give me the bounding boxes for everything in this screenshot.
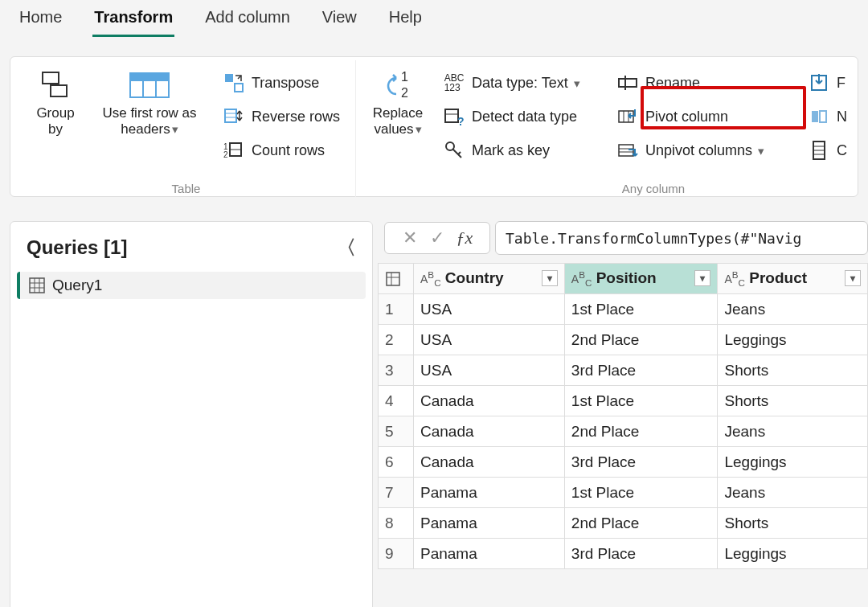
row-number-cell[interactable]: 4 [379,386,414,416]
data-cell[interactable]: 3rd Place [564,447,718,478]
svg-text:2: 2 [223,150,228,159]
group-by-button[interactable]: Group by [27,65,84,165]
svg-rect-33 [820,111,826,122]
data-cell[interactable]: Leggings [718,447,868,478]
chevron-down-icon: ▾ [416,122,422,136]
replace-values-button[interactable]: 1 2 Replace values▾ [366,65,430,165]
table-row[interactable]: 1USA1st PlaceJeans [379,294,868,325]
data-cell[interactable]: 1st Place [564,294,718,325]
column-header-country[interactable]: ABC Country ▾ [414,264,565,294]
pivot-column-button[interactable]: Pivot column [612,102,795,131]
svg-text:?: ? [457,115,465,127]
grid-corner-cell[interactable] [379,264,414,294]
menu-tab-view[interactable]: View [321,5,358,35]
fx-icon[interactable]: ƒx [451,228,478,248]
row-number-cell[interactable]: 6 [379,447,414,478]
table-row[interactable]: 6Canada3rd PlaceLeggings [379,447,868,478]
svg-text:2: 2 [401,86,408,100]
table-row[interactable]: 9Panama3rd PlaceLeggings [379,539,868,569]
data-cell[interactable]: Shorts [718,508,868,539]
ribbon-group-anycolumn-label: Any column [605,182,702,195]
data-cell[interactable]: USA [414,355,565,386]
column-filter-button[interactable]: ▾ [694,270,710,286]
data-cell[interactable]: 2nd Place [564,508,718,539]
table-row[interactable]: 5Canada2nd PlaceJeans [379,416,868,447]
formula-confirm-button[interactable]: ✓ [424,228,451,248]
column-filter-button[interactable]: ▾ [542,270,558,286]
data-cell[interactable]: 3rd Place [564,355,718,386]
detect-data-type-icon: ? [443,105,465,128]
data-cell[interactable]: 1st Place [564,386,718,416]
data-cell[interactable]: Jeans [718,416,868,447]
text-type-icon: ABC [571,273,592,285]
data-cell[interactable]: 2nd Place [564,416,718,447]
data-type-button[interactable]: ABC123 Data type: Text ▾ [438,68,604,97]
menu-tab-help[interactable]: Help [387,5,424,35]
data-cell[interactable]: Leggings [718,325,868,355]
row-number-cell[interactable]: 8 [379,508,414,539]
menu-tab-add-column[interactable]: Add column [203,5,292,35]
move-icon [808,105,830,128]
row-number-cell[interactable]: 2 [379,325,414,355]
svg-rect-17 [445,109,458,122]
data-cell[interactable]: Shorts [718,386,868,416]
rename-button[interactable]: Rename [612,68,795,97]
transpose-button[interactable]: Transpose [218,68,345,97]
menu-tab-transform[interactable]: Transform [92,5,174,37]
data-cell[interactable]: Leggings [718,539,868,569]
column-header-position[interactable]: ABC Position ▾ [564,264,718,294]
unpivot-columns-button[interactable]: Unpivot columns ▾ [612,136,795,165]
table-row[interactable]: 4Canada1st PlaceShorts [379,386,868,416]
column-header-product[interactable]: ABC Product ▾ [718,264,868,294]
column-filter-button[interactable]: ▾ [845,270,861,286]
ribbon-group-table-label: Table [17,182,355,195]
data-cell[interactable]: 3rd Place [564,539,718,569]
menu-tab-home[interactable]: Home [18,5,63,35]
data-cell[interactable]: 1st Place [564,478,718,508]
table-row[interactable]: 3USA3rd PlaceShorts [379,355,868,386]
transpose-icon [223,72,245,94]
table-row[interactable]: 2USA2nd PlaceLeggings [379,325,868,355]
detect-data-type-button[interactable]: ? Detect data type [438,102,604,131]
count-rows-button[interactable]: 1 2 Count rows [218,136,345,165]
svg-line-22 [458,152,461,154]
chevron-down-icon: ▾ [574,76,580,90]
row-number-cell[interactable]: 1 [379,294,414,325]
svg-rect-32 [812,111,818,122]
table-row[interactable]: 8Panama2nd PlaceShorts [379,508,868,539]
data-cell[interactable]: Panama [414,539,565,569]
data-cell[interactable]: Shorts [718,355,868,386]
mark-as-key-button[interactable]: Mark as key [438,136,604,165]
convert-label-partial: C [837,142,847,159]
use-first-row-as-headers-button[interactable]: Use first row as headers▾ [89,65,210,165]
move-button-partial[interactable]: N [803,102,848,131]
convert-button-partial[interactable]: C [803,136,848,165]
row-number-cell[interactable]: 3 [379,355,414,386]
table-row[interactable]: 7Panama1st PlaceJeans [379,478,868,508]
formula-input[interactable]: Table.TransformColumnTypes(#"Navig [495,221,868,255]
data-cell[interactable]: Panama [414,508,565,539]
data-cell[interactable]: Panama [414,478,565,508]
unpivot-columns-icon [616,139,639,162]
data-cell[interactable]: Canada [414,447,565,478]
query-item[interactable]: Query1 [17,272,366,299]
data-cell[interactable]: Jeans [718,478,868,508]
reverse-rows-button[interactable]: Reverse rows [218,102,345,131]
row-number-cell[interactable]: 7 [379,478,414,508]
data-cell[interactable]: Canada [414,416,565,447]
data-cell[interactable]: Canada [414,386,565,416]
queries-title-label: Queries [1] [27,236,127,259]
data-cell[interactable]: USA [414,325,565,355]
collapse-chevron-icon[interactable]: 〈 [337,235,356,260]
rename-icon [616,72,639,94]
row-number-cell[interactable]: 9 [379,539,414,569]
row-number-cell[interactable]: 5 [379,416,414,447]
formula-cancel-button[interactable]: ✕ [396,228,424,248]
data-cell[interactable]: 2nd Place [564,325,718,355]
svg-text:1: 1 [401,70,408,84]
pivot-column-label: Pivot column [645,109,728,125]
data-cell[interactable]: USA [414,294,565,325]
fill-button-partial[interactable]: F [803,68,848,97]
unpivot-columns-label: Unpivot columns [645,142,752,158]
data-cell[interactable]: Jeans [718,294,868,325]
